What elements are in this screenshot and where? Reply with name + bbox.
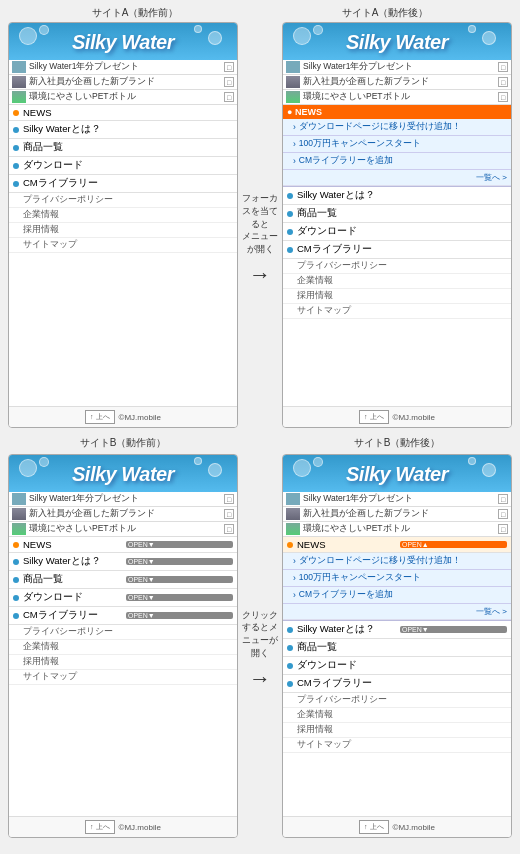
dot-products-aa xyxy=(287,211,293,217)
menu-news-label: NEWS xyxy=(23,107,233,118)
thumb-2 xyxy=(12,76,26,88)
menu-products-label-bb: 商品一覧 xyxy=(23,573,126,586)
news-row-2-a-before: 新入社員が企画した新ブランド □ xyxy=(9,75,237,90)
dot-products xyxy=(13,145,19,151)
dot-silky-bb xyxy=(13,559,19,565)
site-a-before-label: サイトA（動作前） xyxy=(92,6,179,20)
site-a-after-label: サイトA（動作後） xyxy=(342,6,429,20)
menu-silky-a-before[interactable]: Silky Waterとは？ xyxy=(9,121,237,139)
up-button-ba[interactable]: ↑ 上へ xyxy=(359,820,388,834)
open-badge-cm-bb: OPEN▼ xyxy=(126,612,233,619)
sub-recruit-a-before: 採用情報 xyxy=(9,223,237,238)
news-row-2-bb: 新入社員が企画した新ブランド □ xyxy=(9,507,237,522)
dot-silky-ba xyxy=(287,627,293,633)
sub-company-aa: 企業情報 xyxy=(283,274,511,289)
news-text-2-aa: 新入社員が企画した新ブランド xyxy=(303,76,498,88)
news-sub-3-ba[interactable]: CMライブラリーを追加 xyxy=(283,587,511,604)
menu-cm-bb[interactable]: CMライブラリー OPEN▼ xyxy=(9,607,237,625)
news-more-ba[interactable]: 一覧へ > xyxy=(283,604,511,620)
menu-silky-aa[interactable]: Silky Waterとは？ xyxy=(283,187,511,205)
up-button-aa[interactable]: ↑ 上へ xyxy=(359,410,388,424)
site-title-a-before: Silky Water xyxy=(13,31,233,54)
sub-privacy-aa: プライバシーポリシー xyxy=(283,259,511,274)
news-sub-1-aa[interactable]: ダウンロードページに移り受付け追加！ xyxy=(283,119,511,136)
site-title-b-before: Silky Water xyxy=(13,463,233,486)
news-sub-2-ba[interactable]: 100万円キャンペーンスタート xyxy=(283,570,511,587)
arrow-box-2-bb: □ xyxy=(224,509,234,519)
menu-silky-label: Silky Waterとは？ xyxy=(23,123,233,136)
menu-section-a-before: NEWS Silky Waterとは？ 商品一覧 ダウンロード xyxy=(9,105,237,406)
up-button-a-before[interactable]: ↑ 上へ xyxy=(85,410,114,424)
header-b-before: Silky Water xyxy=(9,455,237,492)
sub-recruit-bb: 採用情報 xyxy=(9,655,237,670)
dot-download-bb xyxy=(13,595,19,601)
menu-cm-ba[interactable]: CMライブラリー xyxy=(283,675,511,693)
menu-silky-bb[interactable]: Silky Waterとは？ OPEN▼ xyxy=(9,553,237,571)
news-text-2: 新入社員が企画した新ブランド xyxy=(29,76,224,88)
sub-recruit-ba: 採用情報 xyxy=(283,723,511,738)
dot-cm-bb xyxy=(13,613,19,619)
site-b-after-label: サイトB（動作後） xyxy=(282,432,512,454)
dot-cm-ba xyxy=(287,681,293,687)
header-a-after: Silky Water xyxy=(283,23,511,60)
site-a-after-panel: Silky Water Silky Water1年分プレゼント □ 新入社員が企… xyxy=(280,20,514,430)
dot-cm xyxy=(13,181,19,187)
menu-cm-aa[interactable]: CMライブラリー xyxy=(283,241,511,259)
menu-products-aa[interactable]: 商品一覧 xyxy=(283,205,511,223)
news-open-bar-aa: ● NEWS xyxy=(283,105,511,119)
thumb-1-aa xyxy=(286,61,300,73)
copyright-a-before: ©MJ.mobile xyxy=(119,413,161,422)
menu-silky-ba[interactable]: Silky Waterとは？ OPEN▼ xyxy=(283,621,511,639)
menu-download-aa[interactable]: ダウンロード xyxy=(283,223,511,241)
copyright-bb: ©MJ.mobile xyxy=(119,823,161,832)
site-b-before-label: サイトB（動作前） xyxy=(8,432,238,454)
news-row-1-a-after: Silky Water1年分プレゼント □ xyxy=(283,60,511,75)
dot-silky-aa xyxy=(287,193,293,199)
arrow-top-symbol: → xyxy=(249,262,271,288)
news-sub-1-ba[interactable]: ダウンロードページに移り受付け追加！ xyxy=(283,553,511,570)
news-sub-3-aa[interactable]: CMライブラリーを追加 xyxy=(283,153,511,170)
menu-download-bb[interactable]: ダウンロード OPEN▼ xyxy=(9,589,237,607)
phone-frame-b-before: Silky Water Silky Water1年分プレゼント □ 新入社員が企… xyxy=(8,454,238,838)
menu-download-a-before[interactable]: ダウンロード xyxy=(9,157,237,175)
thumb-3-aa xyxy=(286,91,300,103)
menu-products-ba[interactable]: 商品一覧 xyxy=(283,639,511,657)
menu-silky-label-ba: Silky Waterとは？ xyxy=(297,623,400,636)
sub-company-a-before: 企業情報 xyxy=(9,208,237,223)
menu-cm-label: CMライブラリー xyxy=(23,177,233,190)
menu-products-bb[interactable]: 商品一覧 OPEN▼ xyxy=(9,571,237,589)
menu-products-label: 商品一覧 xyxy=(23,141,233,154)
news-text-1: Silky Water1年分プレゼント xyxy=(29,61,224,73)
up-button-bb[interactable]: ↑ 上へ xyxy=(85,820,114,834)
menu-products-a-before[interactable]: 商品一覧 xyxy=(9,139,237,157)
menu-cm-a-before[interactable]: CMライブラリー xyxy=(9,175,237,193)
open-badge-silky-bb: OPEN▼ xyxy=(126,558,233,565)
menu-silky-label-aa: Silky Waterとは？ xyxy=(297,189,507,202)
menu-news-ba-open[interactable]: NEWS OPEN▲ xyxy=(283,537,511,553)
news-text-1-bb: Silky Water1年分プレゼント xyxy=(29,493,224,505)
menu-download-ba[interactable]: ダウンロード xyxy=(283,657,511,675)
thumb-1-bb xyxy=(12,493,26,505)
news-more-aa[interactable]: 一覧へ > xyxy=(283,170,511,186)
menu-section-a-after: Silky Waterとは？ 商品一覧 ダウンロード CMライブラリー プラ xyxy=(283,187,511,406)
menu-download-label: ダウンロード xyxy=(23,159,233,172)
dot-products-bb xyxy=(13,577,19,583)
news-row-2-a-after: 新入社員が企画した新ブランド □ xyxy=(283,75,511,90)
news-text-3-aa: 環境にやさしいPETボトル xyxy=(303,91,498,103)
arrow-box-3-bb: □ xyxy=(224,524,234,534)
header-a-before: Silky Water xyxy=(9,23,237,60)
menu-news-a-before[interactable]: NEWS xyxy=(9,105,237,121)
thumb-1 xyxy=(12,61,26,73)
news-text-2-ba: 新入社員が企画した新ブランド xyxy=(303,508,498,520)
thumb-2-aa xyxy=(286,76,300,88)
sub-sitemap-a-before: サイトマップ xyxy=(9,238,237,253)
site-title-a-after: Silky Water xyxy=(287,31,507,54)
arrow-bottom-label: クリックするとメニューが開く xyxy=(240,609,280,660)
thumb-3 xyxy=(12,91,26,103)
menu-news-bb[interactable]: NEWS OPEN▼ xyxy=(9,537,237,553)
news-row-3-a-after: 環境にやさしいPETボトル □ xyxy=(283,90,511,105)
news-row-2-ba: 新入社員が企画した新ブランド □ xyxy=(283,507,511,522)
news-sub-2-aa[interactable]: 100万円キャンペーンスタート xyxy=(283,136,511,153)
menu-section-b-after: Silky Waterとは？ OPEN▼ 商品一覧 ダウンロード CMライブラリ… xyxy=(283,621,511,816)
arrow-top: フォーカスを当てるとメニューが開く → xyxy=(240,20,280,430)
